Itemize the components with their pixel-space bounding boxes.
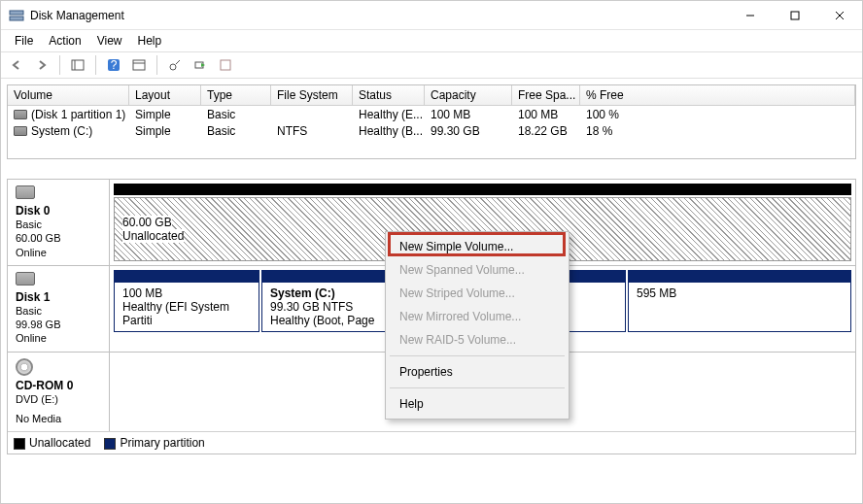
ctx-new-striped-volume: New Striped Volume... xyxy=(388,282,567,305)
disk0-header-bar xyxy=(114,184,851,195)
svg-rect-1 xyxy=(10,17,23,20)
svg-rect-10 xyxy=(133,60,145,70)
legend-swatch-primary xyxy=(104,438,116,450)
legend: Unallocated Primary partition xyxy=(8,431,855,454)
svg-point-12 xyxy=(170,64,176,70)
show-hide-console-button[interactable] xyxy=(66,53,89,77)
svg-rect-3 xyxy=(791,12,799,19)
legend-swatch-unallocated xyxy=(14,438,25,450)
toolbar-separator xyxy=(95,55,96,75)
disk0-title: Disk 0 xyxy=(16,204,50,218)
legend-unallocated: Unallocated xyxy=(29,436,90,450)
col-layout[interactable]: Layout xyxy=(129,85,201,106)
disk0-status: Online xyxy=(16,246,101,259)
disk1-part3[interactable]: 595 MB xyxy=(628,282,851,332)
col-filesystem[interactable]: File System xyxy=(271,85,353,106)
menu-view[interactable]: View xyxy=(89,31,130,50)
cell-fs: NTFS xyxy=(271,123,353,139)
ctx-help[interactable]: Help xyxy=(388,392,567,416)
hdd-icon xyxy=(16,185,35,199)
close-button[interactable] xyxy=(817,1,862,30)
title-bar: Disk Management xyxy=(1,1,862,30)
context-menu: New Simple Volume... New Spanned Volume.… xyxy=(385,231,570,420)
disk1-type: Basic xyxy=(16,304,101,318)
disk1-status: Online xyxy=(16,331,101,345)
maximize-button[interactable] xyxy=(773,1,817,30)
svg-line-13 xyxy=(176,60,180,64)
help-button[interactable]: ? xyxy=(102,53,125,77)
cell-pct: 100 % xyxy=(580,107,855,122)
part-status: Healthy (EFI System Partiti xyxy=(122,300,251,327)
cell-layout: Simple xyxy=(129,107,201,122)
ctx-new-mirrored-volume: New Mirrored Volume... xyxy=(388,305,567,328)
menu-action[interactable]: Action xyxy=(41,31,88,50)
window-title: Disk Management xyxy=(30,9,728,22)
cell-free: 18.22 GB xyxy=(512,123,580,139)
disk0-size: 60.00 GB xyxy=(16,231,101,245)
cell-status: Healthy (B... xyxy=(353,123,425,139)
col-status[interactable]: Status xyxy=(353,85,425,106)
refresh-button[interactable] xyxy=(163,53,187,77)
part-header-bar xyxy=(628,270,851,282)
cdrom-title: CD-ROM 0 xyxy=(16,379,73,392)
col-free[interactable]: Free Spa... xyxy=(512,85,580,106)
menu-bar: File Action View Help xyxy=(1,30,862,51)
table-row[interactable]: System (C:) Simple Basic NTFS Healthy (B… xyxy=(8,122,855,139)
cell-layout: Simple xyxy=(129,123,201,139)
disk0-part-size: 60.00 GB xyxy=(122,216,172,229)
ctx-properties[interactable]: Properties xyxy=(388,360,567,384)
volume-header-row: Volume Layout Type File System Status Ca… xyxy=(8,85,855,106)
cd-icon xyxy=(16,358,33,376)
col-volume[interactable]: Volume xyxy=(8,85,129,106)
cell-type: Basic xyxy=(201,123,271,139)
forward-button[interactable] xyxy=(30,53,53,77)
disk1-part1[interactable]: 100 MB Healthy (EFI System Partiti xyxy=(114,282,259,332)
hdd-icon xyxy=(16,272,35,286)
cdrom-status: No Media xyxy=(16,412,101,425)
volume-icon xyxy=(14,110,27,119)
menu-file[interactable]: File xyxy=(7,31,41,50)
cell-free: 100 MB xyxy=(512,107,580,122)
legend-primary: Primary partition xyxy=(120,436,204,450)
cell-capacity: 100 MB xyxy=(425,107,512,122)
ctx-new-raid5-volume: New RAID-5 Volume... xyxy=(388,328,567,352)
disk1-info[interactable]: Disk 1 Basic 99.98 GB Online xyxy=(8,266,110,352)
disk0-type: Basic xyxy=(16,218,101,231)
disk1-title: Disk 1 xyxy=(16,290,50,304)
col-capacity[interactable]: Capacity xyxy=(425,85,512,106)
ctx-new-spanned-volume: New Spanned Volume... xyxy=(388,258,567,282)
part-header-bar xyxy=(114,270,259,282)
disk1-size: 99.98 GB xyxy=(16,318,101,331)
toolbar-separator xyxy=(59,55,60,75)
disk-management-icon xyxy=(9,8,24,23)
cdrom-drive: DVD (E:) xyxy=(16,392,101,406)
volume-icon xyxy=(14,126,27,136)
minimize-button[interactable] xyxy=(728,1,773,30)
cell-status: Healthy (E... xyxy=(353,107,425,122)
svg-text:?: ? xyxy=(111,58,118,72)
svg-rect-0 xyxy=(10,11,23,15)
disk0-info[interactable]: Disk 0 Basic 60.00 GB Online xyxy=(8,180,110,265)
part-title: System (C:) xyxy=(270,286,335,300)
table-row[interactable]: (Disk 1 partition 1) Simple Basic Health… xyxy=(8,106,855,122)
back-button[interactable] xyxy=(5,53,28,77)
settings-list-button[interactable] xyxy=(127,53,151,77)
col-pctfree[interactable]: % Free xyxy=(580,85,855,106)
more-button[interactable] xyxy=(214,53,237,77)
menu-help[interactable]: Help xyxy=(130,31,170,50)
toolbar: ? xyxy=(1,51,862,79)
volume-body: (Disk 1 partition 1) Simple Basic Health… xyxy=(8,106,855,158)
svg-rect-15 xyxy=(221,60,230,70)
action-button[interactable] xyxy=(189,53,212,77)
ctx-new-simple-volume[interactable]: New Simple Volume... xyxy=(388,235,567,258)
ctx-separator xyxy=(390,355,565,356)
ctx-separator xyxy=(390,387,565,388)
col-type[interactable]: Type xyxy=(201,85,271,106)
part-size: 595 MB xyxy=(637,286,843,300)
cell-volume: (Disk 1 partition 1) xyxy=(31,108,125,121)
cell-capacity: 99.30 GB xyxy=(425,123,512,139)
toolbar-separator xyxy=(156,55,157,75)
disk0-part-status: Unallocated xyxy=(122,229,184,243)
cdrom-info[interactable]: CD-ROM 0 DVD (E:) No Media xyxy=(8,353,110,432)
cell-pct: 18 % xyxy=(580,123,855,139)
